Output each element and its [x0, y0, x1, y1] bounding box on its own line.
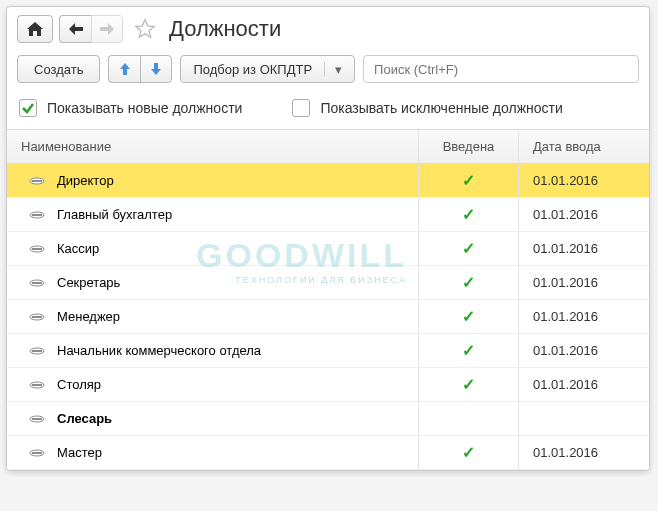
create-button[interactable]: Создать [17, 55, 100, 83]
chevron-down-icon: ▾ [324, 62, 342, 77]
check-icon [21, 101, 35, 115]
row-name: Директор [57, 173, 114, 188]
row-date: 01.01.2016 [519, 300, 649, 333]
row-introduced: ✓ [419, 300, 519, 333]
arrow-right-icon [100, 23, 114, 35]
row-date: 01.01.2016 [519, 334, 649, 367]
row-date: 01.01.2016 [519, 368, 649, 401]
page-title: Должности [169, 16, 281, 42]
row-marker-icon [29, 211, 45, 219]
filter-label-new: Показывать новые должности [47, 100, 242, 116]
table-row[interactable]: Секретарь✓01.01.2016 [7, 266, 649, 300]
row-name: Начальник коммерческого отдела [57, 343, 261, 358]
row-name: Слесарь [57, 411, 112, 426]
search-input[interactable] [363, 55, 639, 83]
row-marker-icon [29, 177, 45, 185]
star-icon [134, 18, 156, 40]
row-date: 01.01.2016 [519, 164, 649, 197]
row-name: Кассир [57, 241, 99, 256]
table-row[interactable]: Кассир✓01.01.2016 [7, 232, 649, 266]
row-introduced: ✓ [419, 436, 519, 469]
arrow-down-icon [149, 62, 163, 76]
filter-bar: Показывать новые должности Показывать ис… [7, 93, 649, 129]
column-header-introduced[interactable]: Введена [419, 130, 519, 163]
table-header: Наименование Введена Дата ввода [7, 130, 649, 164]
row-marker-icon [29, 279, 45, 287]
okpdtr-dropdown[interactable]: Подбор из ОКПДТР ▾ [180, 55, 355, 83]
row-name: Секретарь [57, 275, 120, 290]
row-marker-icon [29, 449, 45, 457]
checkbox-show-new[interactable] [19, 99, 37, 117]
move-up-button[interactable] [108, 55, 140, 83]
row-marker-icon [29, 245, 45, 253]
row-marker-icon [29, 415, 45, 423]
row-introduced [419, 402, 519, 435]
app-window: Должности Создать Подбор из ОКПДТР ▾ Пок… [6, 6, 650, 471]
row-marker-icon [29, 313, 45, 321]
table-row[interactable]: Мастер✓01.01.2016 [7, 436, 649, 470]
check-icon: ✓ [462, 375, 475, 394]
row-date: 01.01.2016 [519, 198, 649, 231]
positions-table: Наименование Введена Дата ввода Директор… [7, 129, 649, 470]
favorite-toggle[interactable] [133, 17, 157, 41]
check-icon: ✓ [462, 205, 475, 224]
back-button[interactable] [59, 15, 91, 43]
header-bar: Должности [7, 7, 649, 55]
table-row[interactable]: Столяр✓01.01.2016 [7, 368, 649, 402]
row-date: 01.01.2016 [519, 266, 649, 299]
table-body: Директор✓01.01.2016Главный бухгалтер✓01.… [7, 164, 649, 470]
column-header-date[interactable]: Дата ввода [519, 130, 649, 163]
forward-button[interactable] [91, 15, 123, 43]
checkbox-show-excluded[interactable] [292, 99, 310, 117]
check-icon: ✓ [462, 307, 475, 326]
row-marker-icon [29, 381, 45, 389]
row-introduced: ✓ [419, 368, 519, 401]
row-introduced: ✓ [419, 266, 519, 299]
row-date: 01.01.2016 [519, 436, 649, 469]
row-introduced: ✓ [419, 232, 519, 265]
row-introduced: ✓ [419, 198, 519, 231]
arrow-left-icon [69, 23, 83, 35]
okpdtr-label: Подбор из ОКПДТР [193, 62, 312, 77]
table-row[interactable]: Начальник коммерческого отдела✓01.01.201… [7, 334, 649, 368]
move-down-button[interactable] [140, 55, 172, 83]
home-icon [27, 22, 43, 36]
row-name: Главный бухгалтер [57, 207, 172, 222]
table-row[interactable]: Слесарь [7, 402, 649, 436]
row-introduced: ✓ [419, 334, 519, 367]
table-row[interactable]: Директор✓01.01.2016 [7, 164, 649, 198]
row-name: Столяр [57, 377, 101, 392]
nav-button-group [59, 15, 123, 43]
row-marker-icon [29, 347, 45, 355]
column-header-name[interactable]: Наименование [7, 130, 419, 163]
check-icon: ✓ [462, 273, 475, 292]
filter-label-excluded: Показывать исключенные должности [320, 100, 562, 116]
table-row[interactable]: Главный бухгалтер✓01.01.2016 [7, 198, 649, 232]
row-introduced: ✓ [419, 164, 519, 197]
home-button[interactable] [17, 15, 53, 43]
check-icon: ✓ [462, 171, 475, 190]
arrow-up-icon [118, 62, 132, 76]
row-date [519, 402, 649, 435]
row-name: Мастер [57, 445, 102, 460]
check-icon: ✓ [462, 443, 475, 462]
toolbar: Создать Подбор из ОКПДТР ▾ [7, 55, 649, 93]
table-row[interactable]: Менеджер✓01.01.2016 [7, 300, 649, 334]
row-date: 01.01.2016 [519, 232, 649, 265]
row-name: Менеджер [57, 309, 120, 324]
check-icon: ✓ [462, 341, 475, 360]
check-icon: ✓ [462, 239, 475, 258]
move-button-group [108, 55, 172, 83]
